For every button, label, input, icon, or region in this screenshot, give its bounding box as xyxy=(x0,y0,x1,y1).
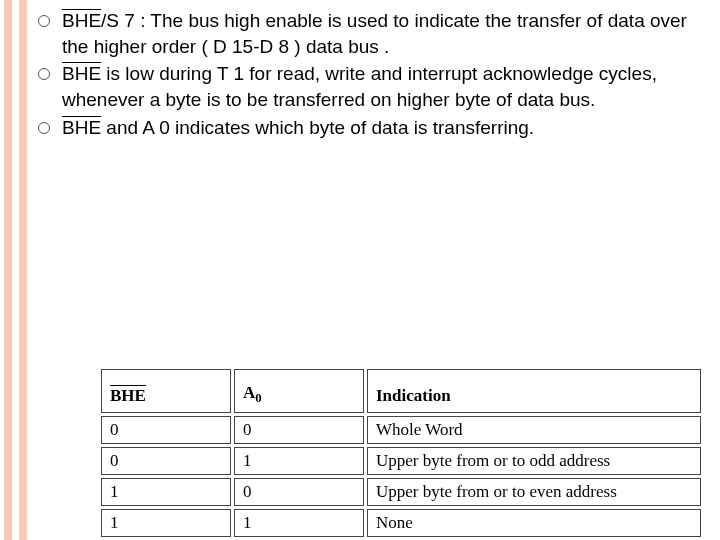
cell: Upper byte from or to even address xyxy=(367,478,701,506)
cell: 1 xyxy=(101,509,231,537)
cell: 1 xyxy=(234,447,364,475)
table-row: 1 1 None xyxy=(101,509,701,537)
slide-content: BHE/S 7 : The bus high enable is used to… xyxy=(38,8,706,142)
cell: Upper byte from or to odd address xyxy=(367,447,701,475)
bullet-marker-icon xyxy=(38,15,50,27)
cell: 1 xyxy=(101,478,231,506)
indication-table: BHE A0 Indication 0 0 Whole Word 0 1 Upp… xyxy=(98,366,704,540)
header-sub: 0 xyxy=(255,391,261,405)
bullet-text: BHE/S 7 : The bus high enable is used to… xyxy=(62,8,706,59)
bullet-item: BHE is low during T 1 for read, write an… xyxy=(38,61,706,112)
header-text: A xyxy=(243,383,255,402)
bullet-marker-icon xyxy=(38,68,50,80)
bullet-item: BHE and A 0 indicates which byte of data… xyxy=(38,115,706,141)
header-cell-a0: A0 xyxy=(234,369,364,413)
cell: 0 xyxy=(234,416,364,444)
text: and A 0 indicates which byte of data is … xyxy=(101,117,534,138)
cell: None xyxy=(367,509,701,537)
table: BHE A0 Indication 0 0 Whole Word 0 1 Upp… xyxy=(98,366,704,540)
text: /S 7 : The bus high enable is used to in… xyxy=(62,10,687,57)
overline-text: BHE xyxy=(62,63,101,84)
overline-text: BHE xyxy=(62,10,101,31)
bullet-text: BHE and A 0 indicates which byte of data… xyxy=(62,115,706,141)
header-cell-indication: Indication xyxy=(367,369,701,413)
bullet-text: BHE is low during T 1 for read, write an… xyxy=(62,61,706,112)
table-row: 0 1 Upper byte from or to odd address xyxy=(101,447,701,475)
cell: 1 xyxy=(234,509,364,537)
cell: 0 xyxy=(101,447,231,475)
bullet-marker-icon xyxy=(38,122,50,134)
overline-text: BHE xyxy=(62,117,101,138)
text: is low during T 1 for read, write and in… xyxy=(62,63,657,110)
cell: 0 xyxy=(101,416,231,444)
header-text: BHE xyxy=(110,386,146,405)
table-row: 0 0 Whole Word xyxy=(101,416,701,444)
bullet-item: BHE/S 7 : The bus high enable is used to… xyxy=(38,8,706,59)
header-text: Indication xyxy=(376,386,451,405)
decor-bar-left-1 xyxy=(4,0,12,540)
cell: 0 xyxy=(234,478,364,506)
table-header-row: BHE A0 Indication xyxy=(101,369,701,413)
decor-bar-left-2 xyxy=(19,0,27,540)
cell: Whole Word xyxy=(367,416,701,444)
header-cell-bhe: BHE xyxy=(101,369,231,413)
table-row: 1 0 Upper byte from or to even address xyxy=(101,478,701,506)
